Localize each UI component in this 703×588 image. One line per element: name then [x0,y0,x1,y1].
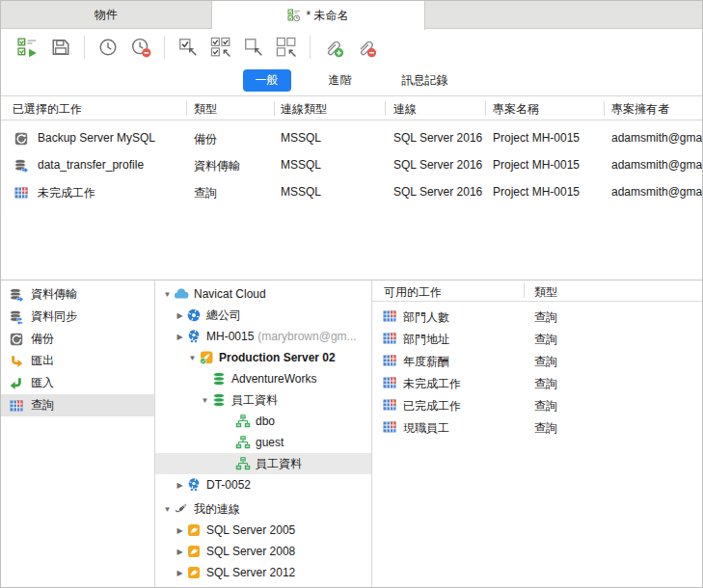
toolbar [1,29,702,67]
chevron-right-icon[interactable] [174,311,186,320]
tab-untitled-batch-job[interactable]: * 未命名 [212,1,425,30]
tree-item-my-connections[interactable]: 我的連線 [155,498,371,520]
query-icon [382,375,397,390]
tree-item-adventureworks[interactable]: AdventureWorks [155,368,371,389]
data-sync-icon [9,309,24,325]
tab-objects[interactable]: 物件 [1,1,212,29]
query-icon [382,331,397,346]
sql-server-icon [186,565,202,580]
database-icon [211,371,227,387]
project-icon [186,477,202,493]
job-type-data-transfer[interactable]: 資料傳輸 [1,283,154,306]
tree-item-employee-database[interactable]: 員工資料 [155,389,371,411]
job-type-backup[interactable]: 備份 [1,328,154,350]
deselect-icon [243,37,264,58]
data-transfer-icon [9,287,24,303]
sql-server-icon [186,522,202,538]
available-job-row[interactable]: 部門地址 查詢 [372,328,703,350]
available-job-row[interactable]: 部門人數 查詢 [372,306,703,328]
section-tabs: 一般 進階 訊息記錄 [1,66,702,95]
add-attachment-button[interactable] [319,34,348,61]
column-divider [186,101,187,116]
my-connections-icon [174,501,189,517]
tree-item-head-office[interactable]: 總公司 [155,305,371,326]
schema-icon [235,414,251,429]
batch-job-window: 物件 * 未命名 一般 進階 訊息記錄 已選擇的工作 類型 連線類型 連線 專案… [0,0,703,588]
col-available-jobs: 可用的工作 [384,284,442,301]
available-job-row[interactable]: 年度薪酬 查詢 [372,350,703,372]
tab-message-log[interactable]: 訊息記錄 [390,69,461,92]
organization-icon [186,307,202,323]
toolbar-separator [164,36,165,59]
tree-item-mh-0015[interactable]: MH-0015 (marybrown@gm... [155,326,371,347]
tree-item-sql-server-2005[interactable]: SQL Server 2005 [155,520,371,541]
connection-tree: Navicat Cloud 總公司 MH-0015 (marybrown@gm.… [155,281,372,588]
project-icon [186,329,202,344]
chevron-down-icon[interactable] [161,505,174,514]
data-transfer-icon [14,158,29,174]
table-row[interactable]: Backup Server MySQL 備份 MSSQL SQL Server … [1,127,702,150]
available-job-row[interactable]: 現職員工 查詢 [372,416,703,439]
tab-untitled-label: * 未命名 [306,8,348,24]
run-batch-job-button[interactable] [14,34,42,61]
chevron-right-icon[interactable] [174,333,186,341]
tab-general[interactable]: 一般 [243,69,291,92]
job-type-export[interactable]: 匯出 [1,350,154,372]
tree-item-dbo[interactable]: dbo [155,411,371,432]
tree-item-employee-schema[interactable]: 員工資料 [155,453,371,474]
job-type-list: 資料傳輸 資料同步 備份 匯出 匯入 查詢 [1,281,155,588]
project-owner-hint: (marybrown@gm... [257,330,356,343]
backup-icon [9,332,24,347]
deselect-all-button[interactable] [272,34,301,61]
tree-item-navicat-cloud[interactable]: Navicat Cloud [155,283,371,305]
select-icon [177,37,199,58]
select-button[interactable] [174,34,203,61]
deselect-button[interactable] [239,34,268,61]
tree-item-guest[interactable]: guest [155,432,371,453]
tab-advanced[interactable]: 進階 [316,69,365,92]
table-row[interactable]: 未完成工作 查詢 MSSQL SQL Server 2016 Project M… [1,181,702,204]
chevron-down-icon[interactable] [161,290,174,299]
available-jobs-header: 可用的工作 類型 [372,281,703,302]
job-type-query[interactable]: 查詢 [1,394,154,416]
tree-item-production-server-02[interactable]: Production Server 02 [155,347,371,368]
chevron-right-icon[interactable] [174,526,186,535]
run-batch-job-icon [17,37,39,58]
cloud-icon [174,286,189,302]
chevron-right-icon[interactable] [174,548,186,556]
query-icon [382,353,397,368]
delete-schedule-button[interactable] [126,34,155,61]
chevron-down-icon[interactable] [199,396,211,405]
delete-schedule-icon [130,37,151,58]
select-all-button[interactable] [206,34,235,61]
column-divider [604,101,605,116]
import-icon [9,376,24,391]
column-divider [524,283,525,298]
job-type-import[interactable]: 匯入 [1,372,154,394]
column-divider [485,101,486,116]
col-project-owner: 專案擁有者 [611,101,669,118]
tree-item-dt-0052[interactable]: DT-0052 [155,474,371,495]
table-row[interactable]: data_transfer_profile 資料傳輸 MSSQL SQL Ser… [1,154,702,177]
remove-attachment-button[interactable] [352,34,381,61]
backup-icon [14,131,29,147]
chevron-right-icon[interactable] [174,481,186,490]
tab-objects-label: 物件 [95,7,118,23]
available-job-row[interactable]: 已完成工作 查詢 [372,394,703,416]
deselect-all-icon [276,37,297,58]
available-job-row[interactable]: 未完成工作 查詢 [372,372,703,394]
query-icon [14,185,29,200]
server-online-icon [199,350,214,365]
tree-item-sql-server-2012[interactable]: SQL Server 2012 [155,562,371,583]
export-icon [9,354,24,369]
tree-item-sql-server-2008[interactable]: SQL Server 2008 [155,541,371,562]
chevron-right-icon[interactable] [174,569,186,577]
save-button[interactable] [46,34,75,61]
sql-server-icon [186,544,202,559]
col-connection: 連線 [393,101,417,118]
batch-job-icon [287,9,301,22]
job-type-data-sync[interactable]: 資料同步 [1,306,154,328]
chevron-down-icon[interactable] [186,354,199,362]
tree-item-amazon-rds[interactable]: Amazon RDS for SQL Server [155,583,371,588]
set-schedule-button[interactable] [94,34,122,61]
